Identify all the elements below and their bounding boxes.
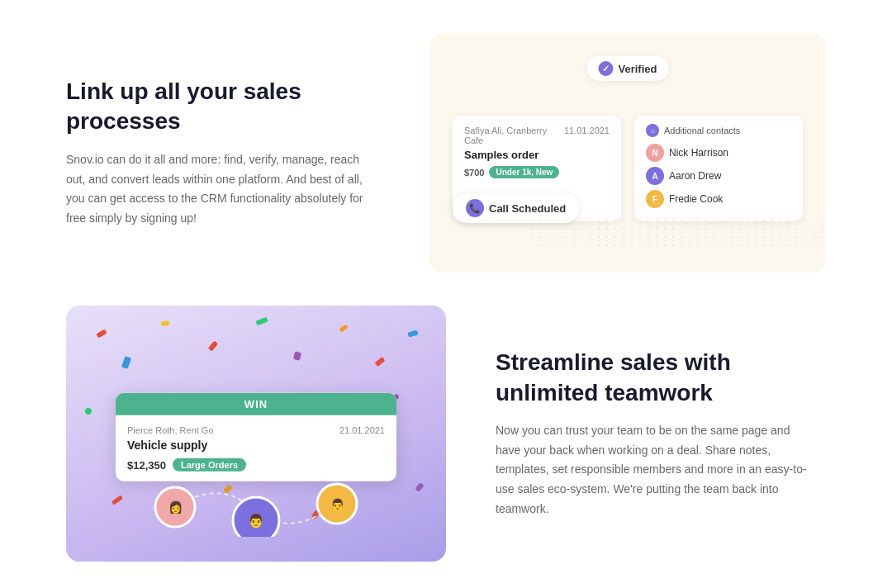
search-icon: ⌕ [646, 124, 659, 137]
section-teamwork-text: Streamline sales with unlimited teamwork… [496, 348, 809, 519]
avatar-connections-svg: 👩 👨 👨 [149, 479, 363, 537]
order-top: Safiya Ali, Cranberry Cafe 11.01.2021 [464, 126, 610, 145]
additional-contacts-label: Additional contacts [664, 126, 740, 135]
contact-avatar-1: N [646, 144, 664, 162]
svg-text:👨: 👨 [248, 513, 264, 529]
section-teamwork: WIN Pierce Roth, Rent Go 21.01.2021 Vehi… [66, 306, 826, 562]
order-name: Safiya Ali, Cranberry Cafe [464, 126, 564, 145]
deal-title: Vehicle supply [127, 439, 385, 452]
deal-name: Pierce Roth, Rent Go [127, 425, 214, 435]
call-label: Call Scheduled [489, 202, 566, 215]
section-crm-title: Link up all your sales processes [66, 77, 380, 137]
contact-name-1: Nick Harrison [669, 147, 728, 159]
contacts-header: ⌕ Additional contacts [646, 124, 791, 137]
win-header: WIN [116, 393, 396, 415]
contact-name-2: Aaron Drew [669, 170, 721, 182]
order-title: Samples order [464, 149, 610, 161]
contact-avatar-3: F [646, 190, 664, 208]
order-tags: $700 Under 1k, New [464, 166, 610, 178]
win-body: Pierce Roth, Rent Go 21.01.2021 Vehicle … [116, 415, 396, 481]
svg-text:👩: 👩 [168, 500, 183, 514]
section-crm-text: Link up all your sales processes Snov.io… [66, 77, 380, 229]
section-teamwork-title: Streamline sales with unlimited teamwork [496, 348, 809, 408]
contact-row-3: F Fredie Cook [646, 190, 791, 208]
win-top: Pierce Roth, Rent Go 21.01.2021 [127, 425, 385, 435]
deal-tag-badge: Large Orders [173, 458, 246, 472]
order-tag-badge: Under 1k, New [489, 166, 559, 178]
verified-label: Verified [619, 63, 657, 75]
win-card-container: WIN Pierce Roth, Rent Go 21.01.2021 Vehi… [66, 306, 446, 562]
section-teamwork-body: Now you can trust your team to be on the… [496, 421, 809, 519]
order-price: $700 [464, 168, 484, 178]
phone-icon: 📞 [466, 199, 484, 217]
win-deal-card: WIN Pierce Roth, Rent Go 21.01.2021 Vehi… [116, 393, 396, 481]
win-inner: WIN Pierce Roth, Rent Go 21.01.2021 Vehi… [116, 393, 396, 481]
crm-card: ✓ Verified Safiya Ali, Cranberry Cafe 11… [429, 33, 826, 273]
dot-pattern [529, 216, 826, 249]
deal-date: 21.01.2021 [339, 425, 385, 435]
section-crm: Link up all your sales processes Snov.io… [66, 33, 826, 273]
contact-name-3: Fredie Cook [669, 193, 723, 205]
verified-badge: ✓ Verified [587, 56, 669, 81]
svg-text:👨: 👨 [330, 498, 345, 512]
section-crm-body: Snov.io can do it all and more: find, ve… [66, 150, 380, 229]
check-icon: ✓ [599, 61, 614, 76]
contact-row-2: A Aaron Drew [646, 167, 791, 185]
contact-row-1: N Nick Harrison [646, 144, 791, 162]
contact-avatar-2: A [646, 167, 664, 185]
deal-tags: $12,350 Large Orders [127, 458, 385, 472]
section-crm-visual: ✓ Verified Safiya Ali, Cranberry Cafe 11… [429, 33, 826, 273]
deal-price: $12,350 [127, 458, 166, 471]
contacts-card: ⌕ Additional contacts N Nick Harrison A … [634, 116, 803, 221]
order-date: 11.01.2021 [564, 126, 610, 145]
